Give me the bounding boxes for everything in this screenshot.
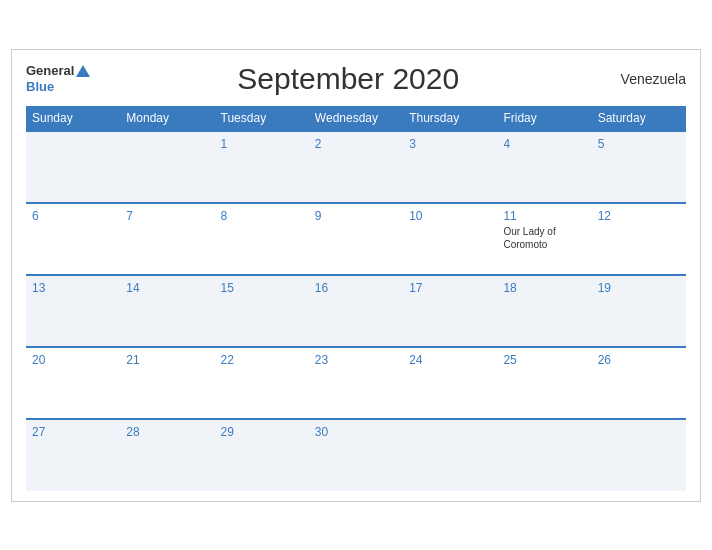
calendar-cell: 2 <box>309 131 403 203</box>
calendar-cell: 19 <box>592 275 686 347</box>
calendar-cell: 15 <box>215 275 309 347</box>
calendar-cell <box>403 419 497 491</box>
calendar-cell: 18 <box>497 275 591 347</box>
day-number: 4 <box>503 137 585 151</box>
calendar-cell: 4 <box>497 131 591 203</box>
day-number: 8 <box>221 209 303 223</box>
day-number: 3 <box>409 137 491 151</box>
calendar-title: September 2020 <box>90 62 606 96</box>
calendar-cell: 27 <box>26 419 120 491</box>
calendar-cell <box>26 131 120 203</box>
day-number: 12 <box>598 209 680 223</box>
day-number: 20 <box>32 353 114 367</box>
calendar-cell <box>497 419 591 491</box>
calendar-cell: 5 <box>592 131 686 203</box>
calendar-cell: 20 <box>26 347 120 419</box>
header-thursday: Thursday <box>403 106 497 131</box>
calendar-cell: 22 <box>215 347 309 419</box>
day-number: 24 <box>409 353 491 367</box>
day-number: 23 <box>315 353 397 367</box>
week-row-2: 67891011Our Lady of Coromoto12 <box>26 203 686 275</box>
day-number: 27 <box>32 425 114 439</box>
logo: General Blue <box>26 63 90 94</box>
calendar-cell: 8 <box>215 203 309 275</box>
calendar-container: General Blue September 2020 Venezuela Su… <box>11 49 701 502</box>
calendar-cell <box>120 131 214 203</box>
calendar-cell: 9 <box>309 203 403 275</box>
day-number: 14 <box>126 281 208 295</box>
day-number: 16 <box>315 281 397 295</box>
day-number: 6 <box>32 209 114 223</box>
logo-blue-text: Blue <box>26 79 54 95</box>
day-number: 26 <box>598 353 680 367</box>
day-number: 9 <box>315 209 397 223</box>
day-number: 25 <box>503 353 585 367</box>
header-saturday: Saturday <box>592 106 686 131</box>
calendar-cell: 11Our Lady of Coromoto <box>497 203 591 275</box>
day-number: 28 <box>126 425 208 439</box>
week-row-4: 20212223242526 <box>26 347 686 419</box>
calendar-cell <box>592 419 686 491</box>
day-number: 29 <box>221 425 303 439</box>
header-monday: Monday <box>120 106 214 131</box>
calendar-header: General Blue September 2020 Venezuela <box>26 62 686 96</box>
week-row-5: 27282930 <box>26 419 686 491</box>
calendar-cell: 17 <box>403 275 497 347</box>
calendar-cell: 23 <box>309 347 403 419</box>
calendar-cell: 12 <box>592 203 686 275</box>
logo-general-text: General <box>26 63 74 79</box>
day-number: 1 <box>221 137 303 151</box>
country-label: Venezuela <box>606 71 686 87</box>
header-tuesday: Tuesday <box>215 106 309 131</box>
week-row-1: 12345 <box>26 131 686 203</box>
day-number: 21 <box>126 353 208 367</box>
calendar-cell: 14 <box>120 275 214 347</box>
day-number: 11 <box>503 209 585 223</box>
calendar-cell: 26 <box>592 347 686 419</box>
day-number: 15 <box>221 281 303 295</box>
day-number: 19 <box>598 281 680 295</box>
header-sunday: Sunday <box>26 106 120 131</box>
day-number: 17 <box>409 281 491 295</box>
holiday-text: Our Lady of Coromoto <box>503 225 585 251</box>
days-header-row: Sunday Monday Tuesday Wednesday Thursday… <box>26 106 686 131</box>
calendar-cell: 25 <box>497 347 591 419</box>
calendar-grid: Sunday Monday Tuesday Wednesday Thursday… <box>26 106 686 491</box>
day-number: 10 <box>409 209 491 223</box>
day-number: 30 <box>315 425 397 439</box>
calendar-cell: 29 <box>215 419 309 491</box>
header-friday: Friday <box>497 106 591 131</box>
day-number: 13 <box>32 281 114 295</box>
header-wednesday: Wednesday <box>309 106 403 131</box>
calendar-cell: 16 <box>309 275 403 347</box>
calendar-cell: 24 <box>403 347 497 419</box>
calendar-cell: 7 <box>120 203 214 275</box>
week-row-3: 13141516171819 <box>26 275 686 347</box>
calendar-cell: 28 <box>120 419 214 491</box>
calendar-cell: 10 <box>403 203 497 275</box>
day-number: 22 <box>221 353 303 367</box>
logo-triangle-icon <box>76 65 90 77</box>
calendar-cell: 21 <box>120 347 214 419</box>
day-number: 18 <box>503 281 585 295</box>
calendar-cell: 6 <box>26 203 120 275</box>
day-number: 7 <box>126 209 208 223</box>
calendar-cell: 3 <box>403 131 497 203</box>
day-number: 5 <box>598 137 680 151</box>
calendar-cell: 30 <box>309 419 403 491</box>
day-number: 2 <box>315 137 397 151</box>
calendar-cell: 1 <box>215 131 309 203</box>
calendar-cell: 13 <box>26 275 120 347</box>
